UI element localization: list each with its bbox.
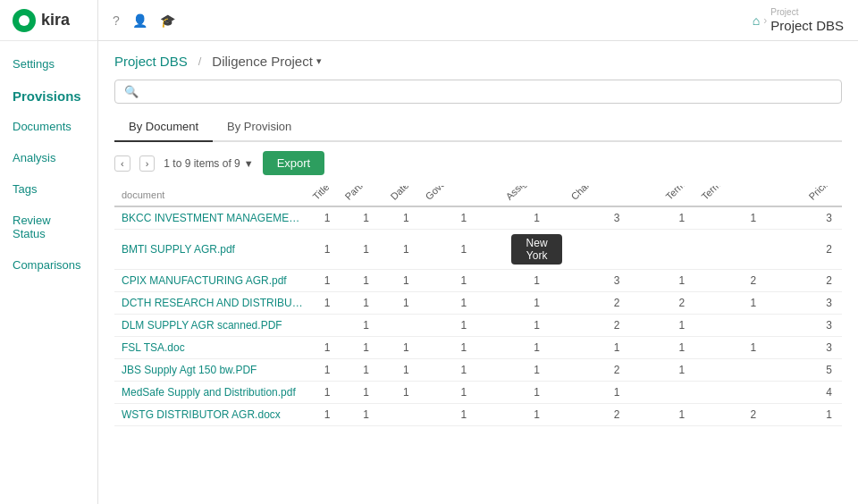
data-cell[interactable]: 1 [311,382,343,404]
sidebar-item-review-status[interactable]: Review Status [0,205,97,249]
data-cell[interactable]: 1 [807,404,842,426]
data-cell[interactable] [389,315,424,337]
header-subtitle[interactable]: Diligence Project ▾ [212,54,322,69]
data-cell[interactable] [664,382,700,404]
data-cell[interactable]: 1 [389,337,424,359]
data-cell[interactable]: 2 [569,404,663,426]
data-cell[interactable]: 1 [504,206,569,230]
data-cell[interactable]: 1 [311,337,343,359]
data-cell[interactable]: 3 [807,315,842,337]
sidebar-item-documents[interactable]: Documents [0,111,97,142]
doc-name-cell[interactable]: WSTG DISTRIBUTOR AGR.docx [114,404,311,426]
data-cell[interactable]: 2 [700,270,807,292]
data-cell[interactable]: 2 [807,270,842,292]
home-icon[interactable]: ⌂ [753,13,760,28]
data-cell[interactable]: 1 [664,404,700,426]
data-cell[interactable]: 1 [343,206,388,230]
data-cell[interactable]: 1 [700,206,807,230]
data-cell[interactable]: 2 [664,292,700,315]
data-cell[interactable] [700,315,807,337]
data-cell[interactable]: 1 [343,337,388,359]
data-cell[interactable]: 1 [504,337,569,359]
sidebar-item-comparisons[interactable]: Comparisons [0,249,97,281]
data-cell[interactable] [569,230,663,270]
sidebar-item-tags[interactable]: Tags [0,173,97,205]
doc-name-cell[interactable]: CPIX MANUFACTURING AGR.pdf [114,270,311,292]
data-cell[interactable]: 1 [424,337,504,359]
data-cell[interactable] [700,230,807,270]
data-cell[interactable]: 1 [424,315,504,337]
data-cell[interactable]: 1 [424,359,504,382]
data-cell[interactable]: 1 [700,292,807,315]
sidebar-item-analysis[interactable]: Analysis [0,142,97,173]
data-cell[interactable]: New York [504,230,569,270]
data-cell[interactable]: 4 [807,382,842,404]
data-cell[interactable]: 3 [807,337,842,359]
data-cell[interactable]: 1 [343,359,388,382]
data-cell[interactable]: 1 [343,292,388,315]
data-cell[interactable]: 3 [807,292,842,315]
data-cell[interactable]: 1 [311,404,343,426]
data-cell[interactable]: 1 [311,292,343,315]
help-icon[interactable]: ? [113,13,120,28]
data-cell[interactable]: 2 [569,359,663,382]
data-cell[interactable]: 1 [389,292,424,315]
data-cell[interactable] [389,404,424,426]
doc-name-cell[interactable]: BMTI SUPPLY AGR.pdf [114,230,311,270]
doc-name-cell[interactable]: JBS Supply Agt 150 bw.PDF [114,359,311,382]
data-cell[interactable]: 1 [424,404,504,426]
data-cell[interactable]: 2 [569,315,663,337]
data-cell[interactable]: 1 [389,359,424,382]
data-cell[interactable]: 1 [424,292,504,315]
filter-icon[interactable]: ▼ [244,158,254,169]
data-cell[interactable]: 1 [311,270,343,292]
sidebar-item-settings[interactable]: Settings [0,48,97,80]
data-cell[interactable]: 1 [664,270,700,292]
doc-name-cell[interactable]: MedSafe Supply and Distribution.pdf [114,382,311,404]
tab-by-provision[interactable]: By Provision [213,113,306,142]
data-cell[interactable]: 3 [569,270,663,292]
doc-name-cell[interactable]: DCTH RESEARCH AND DISTRIBUTION A... [114,292,311,315]
data-cell[interactable]: 1 [664,315,700,337]
data-cell[interactable]: 1 [389,382,424,404]
doc-name-cell[interactable]: BKCC INVESTMENT MANAGEMENT AG... [114,206,311,230]
data-cell[interactable]: 1 [569,337,663,359]
data-cell[interactable]: 1 [311,230,343,270]
data-cell[interactable]: 1 [311,206,343,230]
data-cell[interactable]: 1 [700,337,807,359]
data-cell[interactable]: 1 [504,404,569,426]
data-cell[interactable]: 1 [424,270,504,292]
data-cell[interactable]: 1 [504,292,569,315]
data-cell[interactable]: 1 [389,206,424,230]
data-cell[interactable]: 5 [807,359,842,382]
data-cell[interactable]: 1 [343,404,388,426]
data-cell[interactable]: 1 [504,359,569,382]
data-cell[interactable]: 1 [664,337,700,359]
data-cell[interactable] [700,359,807,382]
graduation-icon[interactable]: 🎓 [160,13,175,28]
doc-name-cell[interactable]: FSL TSA.doc [114,337,311,359]
next-button[interactable]: › [139,155,156,172]
data-cell[interactable]: 3 [569,206,663,230]
data-cell[interactable]: 1 [424,382,504,404]
sidebar-item-provisions[interactable]: Provisions [0,80,97,111]
data-cell[interactable]: 1 [504,382,569,404]
data-cell[interactable]: 2 [807,230,842,270]
data-cell[interactable]: 1 [504,270,569,292]
data-cell[interactable] [700,382,807,404]
doc-name-cell[interactable]: DLM SUPPLY AGR scanned.PDF [114,315,311,337]
data-cell[interactable] [311,315,343,337]
data-cell[interactable]: 1 [343,315,388,337]
data-cell[interactable]: 1 [311,359,343,382]
data-cell[interactable]: 1 [389,230,424,270]
data-cell[interactable]: 1 [504,315,569,337]
data-cell[interactable]: 1 [569,382,663,404]
data-cell[interactable]: 2 [700,404,807,426]
data-cell[interactable]: 1 [343,230,388,270]
data-cell[interactable]: 1 [389,270,424,292]
data-cell[interactable]: 1 [424,206,504,230]
prev-button[interactable]: ‹ [114,155,130,172]
export-button[interactable]: Export [263,151,325,175]
data-cell[interactable]: 3 [807,206,842,230]
data-cell[interactable]: 1 [424,230,504,270]
